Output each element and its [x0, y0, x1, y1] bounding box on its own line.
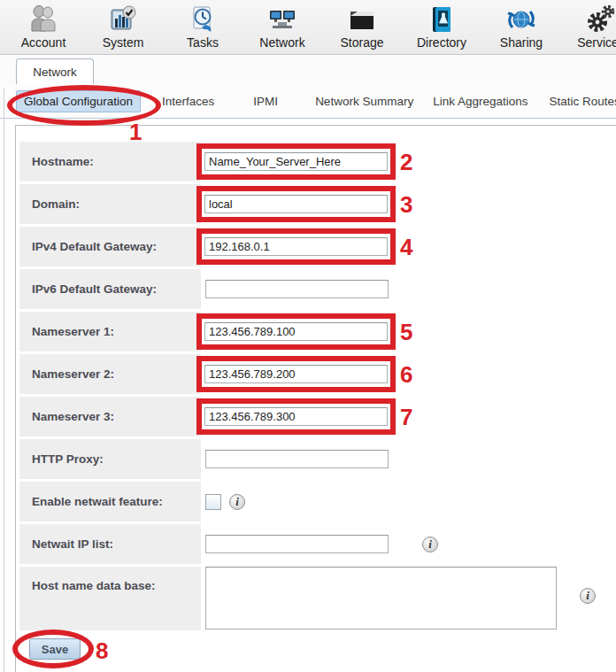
form-row-ipv6-default-gateway: IPv6 Default Gateway:	[19, 269, 616, 309]
annotation-box-nameserver-2	[196, 356, 396, 392]
host-name-data-base-control-cell: i	[201, 567, 616, 630]
annotation-box-hostname	[196, 143, 396, 180]
host-name-data-base-textarea[interactable]	[205, 567, 557, 630]
form-row-http-proxy: HTTP Proxy:	[19, 439, 616, 479]
ipv6-default-gateway-label: IPv6 Default Gateway:	[19, 269, 201, 309]
netwait-ip-list-control-cell: i	[201, 524, 616, 564]
annotation-number-7: 7	[400, 406, 412, 429]
toolbar-item-network[interactable]: Network	[243, 0, 322, 54]
annotation-box-nameserver-1	[196, 313, 396, 350]
directory-icon	[427, 4, 457, 35]
form-row-host-name-data-base: Host name data base:i	[19, 567, 616, 630]
system-icon	[108, 4, 138, 35]
toolbar-item-sharing[interactable]: Sharing	[481, 0, 561, 54]
info-icon[interactable]: i	[580, 588, 596, 604]
toolbar-item-storage[interactable]: Storage	[322, 0, 402, 54]
toolbar-item-account[interactable]: Account	[4, 0, 83, 54]
form-row-nameserver-2: Nameserver 2:6	[19, 354, 616, 394]
enable-netwait-control-cell: i	[201, 482, 616, 521]
nameserver-3-input[interactable]	[204, 407, 388, 426]
info-icon[interactable]: i	[229, 494, 245, 510]
ipv4-default-gateway-input[interactable]	[204, 237, 388, 256]
services-icon	[586, 4, 616, 35]
hostname-label: Hostname:	[19, 142, 201, 182]
form-row-nameserver-1: Nameserver 1:5	[19, 312, 616, 351]
form-row-hostname: Hostname:2	[19, 142, 616, 182]
host-name-data-base-label: Host name data base:	[19, 567, 201, 630]
netwait-ip-list-input[interactable]	[205, 535, 389, 553]
toolbar-label: System	[103, 35, 144, 50]
subtab-network-summary[interactable]: Network Summary	[308, 91, 420, 112]
enable-netwait-checkbox[interactable]	[205, 494, 221, 510]
subtab-bar: Global Configuration Interfaces IPMI Net…	[0, 84, 616, 119]
subtab-link-aggregations[interactable]: Link Aggregations	[426, 91, 535, 112]
nameserver-1-input[interactable]	[204, 322, 388, 341]
annotation-number-3: 3	[400, 193, 412, 216]
form-row-enable-netwait: Enable netwait feature:i	[19, 482, 616, 521]
nameserver-2-control-cell: 6	[201, 354, 616, 394]
network-settings-page: Account System Tasks	[0, 0, 616, 672]
nameserver-2-input[interactable]	[204, 365, 388, 383]
save-row: Save	[29, 638, 616, 672]
ipv4-default-gateway-label: IPv4 Default Gateway:	[19, 227, 201, 266]
ipv6-default-gateway-input[interactable]	[205, 280, 389, 298]
annotation-number-5: 5	[400, 321, 412, 344]
nameserver-1-label: Nameserver 1:	[19, 312, 201, 351]
toolbar-label: Services	[577, 35, 616, 50]
annotation-number-4: 4	[400, 236, 412, 259]
nameserver-3-control-cell: 7	[201, 397, 616, 436]
page-edge-divider	[4, 89, 4, 672]
nameserver-2-label: Nameserver 2:	[19, 354, 201, 394]
hostname-input[interactable]	[204, 152, 388, 171]
netwait-ip-list-label: Netwait IP list:	[19, 524, 201, 564]
global-configuration-panel: Hostname:2Domain:3IPv4 Default Gateway:4…	[15, 125, 616, 672]
http-proxy-input[interactable]	[205, 450, 389, 468]
nameserver-1-control-cell: 5	[201, 312, 616, 351]
toolbar-item-services[interactable]: Services	[561, 0, 616, 54]
network-icon	[267, 4, 297, 35]
form-row-ipv4-default-gateway: IPv4 Default Gateway:4	[19, 227, 616, 266]
subtab-static-routes[interactable]: Static Routes	[542, 91, 616, 112]
top-toolbar: Account System Tasks	[0, 0, 616, 55]
ipv6-default-gateway-control-cell	[201, 269, 616, 309]
toolbar-label: Storage	[340, 35, 383, 50]
form-row-nameserver-3: Nameserver 3:7	[19, 397, 616, 436]
toolbar-label: Sharing	[500, 35, 543, 50]
annotation-box-ipv4-default-gateway	[196, 228, 396, 265]
main-tab-bar: Network	[0, 55, 616, 84]
ipv4-default-gateway-control-cell: 4	[201, 227, 616, 266]
http-proxy-label: HTTP Proxy:	[19, 439, 201, 479]
form-row-domain: Domain:3	[19, 184, 616, 224]
toolbar-label: Directory	[417, 35, 466, 50]
subtab-ipmi[interactable]: IPMI	[246, 91, 285, 112]
subtab-interfaces[interactable]: Interfaces	[155, 91, 221, 112]
nameserver-3-label: Nameserver 3:	[19, 397, 201, 436]
domain-input[interactable]	[204, 195, 388, 213]
enable-netwait-label: Enable netwait feature:	[19, 482, 201, 521]
tab-network-label: Network	[33, 66, 77, 79]
global-configuration-form: Hostname:2Domain:3IPv4 Default Gateway:4…	[19, 142, 616, 630]
toolbar-label: Network	[259, 35, 304, 50]
domain-label: Domain:	[19, 184, 201, 224]
annotation-number-2: 2	[400, 151, 412, 174]
toolbar-item-system[interactable]: System	[83, 0, 163, 54]
info-icon[interactable]: i	[422, 537, 438, 552]
toolbar-item-directory[interactable]: Directory	[402, 0, 481, 54]
annotation-box-nameserver-3	[196, 398, 396, 435]
subtab-global-configuration[interactable]: Global Configuration	[16, 90, 141, 112]
account-icon	[28, 4, 58, 35]
toolbar-label: Account	[21, 35, 66, 50]
toolbar-label: Tasks	[187, 35, 219, 50]
annotation-box-domain	[196, 186, 396, 222]
annotation-number-6: 6	[400, 363, 412, 386]
save-button[interactable]: Save	[29, 638, 81, 660]
domain-control-cell: 3	[201, 184, 616, 224]
hostname-control-cell: 2	[201, 142, 616, 182]
form-row-netwait-ip-list: Netwait IP list:i	[19, 524, 616, 564]
http-proxy-control-cell	[201, 439, 616, 479]
storage-icon	[347, 4, 377, 35]
toolbar-item-tasks[interactable]: Tasks	[163, 0, 243, 54]
tab-network[interactable]: Network	[16, 58, 94, 84]
sharing-icon	[506, 4, 536, 35]
tasks-icon	[188, 4, 218, 35]
